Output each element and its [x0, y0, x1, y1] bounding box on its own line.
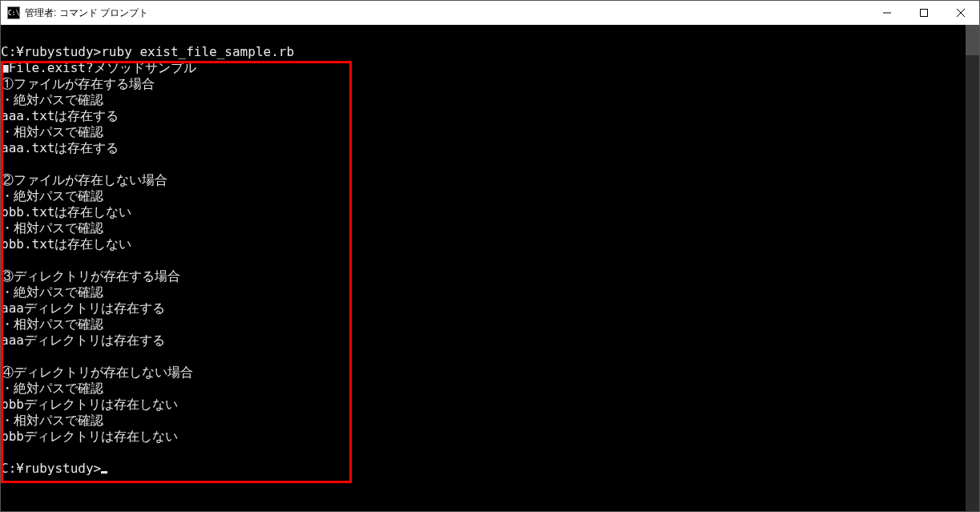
- close-button[interactable]: [942, 1, 979, 25]
- terminal-output[interactable]: C:¥rubystudy>ruby exist_file_sample.rb ■…: [1, 25, 966, 511]
- minimize-button[interactable]: [869, 1, 905, 25]
- prompt: C:¥rubystudy>: [1, 461, 101, 476]
- window-title: 管理者: コマンド プロンプト: [25, 6, 148, 20]
- maximize-button[interactable]: [905, 1, 942, 25]
- terminal-text: C:¥rubystudy>ruby exist_file_sample.rb ■…: [1, 44, 294, 444]
- scrollbar-thumb[interactable]: [966, 25, 979, 55]
- vertical-scrollbar[interactable]: [966, 25, 979, 511]
- window-frame: C:\ 管理者: コマンド プロンプト C:¥rubystudy>ruby ex…: [0, 0, 980, 512]
- titlebar[interactable]: C:\ 管理者: コマンド プロンプト: [1, 1, 979, 25]
- cursor: [101, 471, 107, 474]
- app-icon-text: C:\: [8, 10, 19, 17]
- client-area: C:¥rubystudy>ruby exist_file_sample.rb ■…: [1, 25, 979, 511]
- app-icon: C:\: [7, 6, 20, 19]
- svg-rect-1: [921, 10, 928, 17]
